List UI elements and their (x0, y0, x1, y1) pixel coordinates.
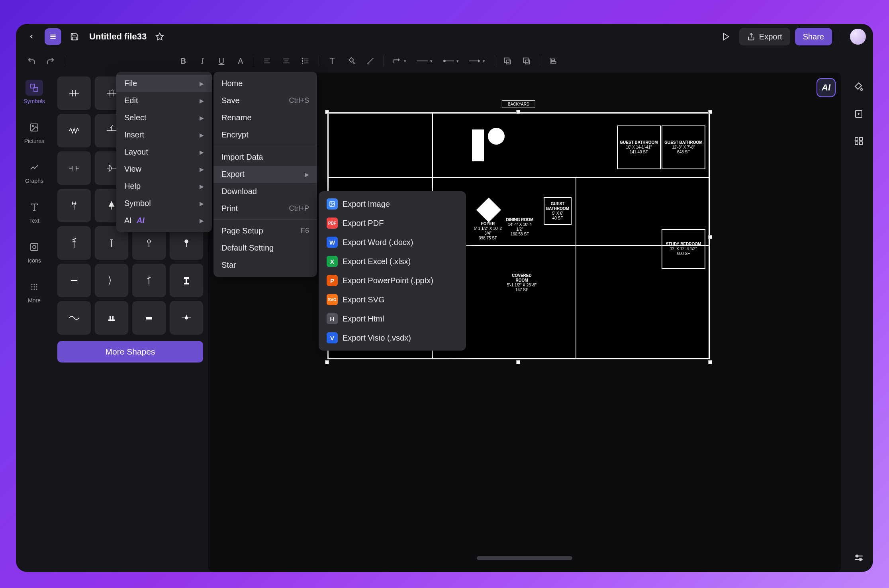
room-guest-bathroom-2[interactable]: GUEST BATHROOM 12'-3" X 7'-8" 648 SF (662, 125, 705, 169)
undo-button[interactable] (23, 53, 40, 69)
shape-item[interactable] (170, 301, 203, 335)
text-tool-button[interactable]: T (324, 53, 341, 69)
svg-rect-92 (186, 279, 187, 283)
menu-item-import-data[interactable]: Import Data (213, 149, 317, 166)
align-objects-button[interactable] (545, 53, 562, 69)
share-button[interactable]: Share (795, 28, 832, 45)
fill-color-button[interactable] (343, 53, 360, 69)
align-vertical-button[interactable] (278, 53, 295, 69)
menu-item-encrypt[interactable]: Encrypt (213, 126, 317, 143)
selection-handle[interactable] (516, 360, 520, 364)
file-title[interactable]: Untitled file33 (89, 31, 147, 42)
rail-item-pictures[interactable]: Pictures (20, 116, 49, 147)
menu-item-select[interactable]: Select▶ (116, 109, 212, 126)
more-shapes-button[interactable]: More Shapes (57, 341, 203, 363)
line-style-select[interactable]: ▾ (413, 53, 437, 69)
export-button[interactable]: Export (739, 28, 790, 45)
menu-item-insert[interactable]: Insert▶ (116, 126, 212, 143)
shape-item[interactable] (170, 264, 203, 297)
svg-rect-93 (184, 283, 189, 284)
fill-tool-button[interactable] (850, 78, 867, 96)
menu-item-file[interactable]: File▶ (116, 75, 212, 92)
shape-item[interactable] (95, 264, 128, 297)
menu-item-home[interactable]: Home (213, 75, 317, 92)
menu-item-export-pdf[interactable]: PDFExport PDF (319, 214, 466, 233)
underline-button[interactable]: U (213, 53, 230, 69)
menu-item-print[interactable]: PrintCtrl+P (213, 200, 317, 217)
selection-handle[interactable] (516, 110, 520, 114)
selection-handle[interactable] (708, 110, 712, 114)
shape-item[interactable] (132, 301, 166, 335)
room-study-bedroom[interactable]: STUDY BEDROOM 12' X 12'-4 1/2" 600 SF (662, 229, 705, 269)
page-add-button[interactable] (850, 105, 867, 123)
menu-item-ai[interactable]: AIAI▶ (116, 212, 212, 229)
shape-item[interactable] (57, 151, 91, 185)
selection-handle[interactable] (325, 110, 329, 114)
shape-item[interactable] (57, 301, 91, 335)
menu-item-view[interactable]: View▶ (116, 161, 212, 178)
italic-button[interactable]: I (194, 53, 211, 69)
rail-item-symbols[interactable]: Symbols (20, 76, 49, 108)
menu-item-symbol[interactable]: Symbol▶ (116, 195, 212, 212)
menu-item-export[interactable]: Export▶ (213, 166, 317, 183)
save-icon[interactable] (66, 28, 83, 45)
pdf-format-icon: PDF (327, 218, 338, 229)
ai-assistant-button[interactable]: AI (817, 78, 836, 97)
grid-view-button[interactable] (850, 132, 867, 150)
connector-style-select[interactable]: ▾ (389, 53, 410, 69)
shape-item[interactable] (57, 114, 91, 147)
menu-item-default-setting[interactable]: Default Setting (213, 239, 317, 257)
rail-item-text[interactable]: Text (20, 196, 49, 227)
arrow-end-select[interactable]: ▾ (465, 53, 489, 69)
shape-item[interactable] (57, 226, 91, 260)
send-backward-button[interactable] (499, 53, 516, 69)
menu-item-export-word-docx-[interactable]: WExport Word (.docx) (319, 233, 466, 252)
menu-item-save[interactable]: SaveCtrl+S (213, 92, 317, 109)
shape-item[interactable] (57, 76, 91, 110)
selection-handle[interactable] (708, 360, 712, 364)
shapes-icon (25, 80, 43, 96)
shape-item[interactable] (132, 264, 166, 297)
menu-item-rename[interactable]: Rename (213, 109, 317, 126)
menu-item-help[interactable]: Help▶ (116, 178, 212, 195)
stroke-color-button[interactable] (362, 53, 379, 69)
menu-item-layout[interactable]: Layout▶ (116, 143, 212, 161)
hamburger-menu-button[interactable] (45, 28, 61, 45)
back-button[interactable] (23, 28, 40, 45)
redo-button[interactable] (42, 53, 59, 69)
shape-item[interactable] (57, 189, 91, 222)
menu-item-export-powerpoint-pptx-[interactable]: PExport PowerPoint (.pptx) (319, 271, 466, 290)
menu-item-star[interactable]: Star (213, 257, 317, 274)
settings-toggle-button[interactable] (850, 549, 867, 566)
bold-button[interactable]: B (175, 53, 192, 69)
rail-item-graphs[interactable]: Graphs (20, 156, 49, 187)
room-covered[interactable]: COVERED ROOM 5'-1 1/2" X 28'-9" 147 SF (504, 265, 540, 301)
menu-item-edit[interactable]: Edit▶ (116, 92, 212, 109)
star-button[interactable] (151, 28, 168, 45)
arrow-start-select[interactable]: ▾ (439, 53, 463, 69)
room-guest-bathroom-1[interactable]: GUEST BATHROOM 10' X 14-1'-41" 141.40 SF (617, 125, 661, 169)
menu-item-export-svg[interactable]: SVGExport SVG (319, 290, 466, 309)
menu-item-export-image[interactable]: Export Image (319, 194, 466, 214)
rail-item-icons[interactable]: Icons (20, 236, 49, 267)
room-dining[interactable]: DINING ROOM 14'-4" X 10'-4 1/2" 160.53 S… (504, 209, 536, 245)
selection-handle[interactable] (708, 235, 712, 239)
play-button[interactable] (718, 28, 734, 45)
menu-item-download[interactable]: Download (213, 183, 317, 200)
room-guest-bathroom-3[interactable]: GUEST BATHROOM 5' X 6' 40 SF (544, 197, 572, 225)
menu-item-export-html[interactable]: HExport Html (319, 309, 466, 328)
shape-item[interactable] (95, 301, 128, 335)
menu-item-export-visio-vsdx-[interactable]: VExport Visio (.vsdx) (319, 328, 466, 347)
menu-item-export-excel-xlsx-[interactable]: XExport Excel (.xlsx) (319, 252, 466, 271)
selection-handle[interactable] (325, 360, 329, 364)
align-horizontal-button[interactable] (259, 53, 276, 69)
rail-item-more[interactable]: More (20, 276, 49, 307)
bring-forward-button[interactable] (518, 53, 535, 69)
font-color-button[interactable]: A (232, 53, 249, 69)
rail-label: More (28, 297, 41, 304)
horizontal-scrollbar[interactable] (477, 556, 572, 560)
menu-item-page-setup[interactable]: Page SetupF6 (213, 222, 317, 239)
shape-item[interactable] (57, 264, 91, 297)
line-spacing-button[interactable] (297, 53, 314, 69)
user-avatar[interactable] (850, 29, 866, 45)
